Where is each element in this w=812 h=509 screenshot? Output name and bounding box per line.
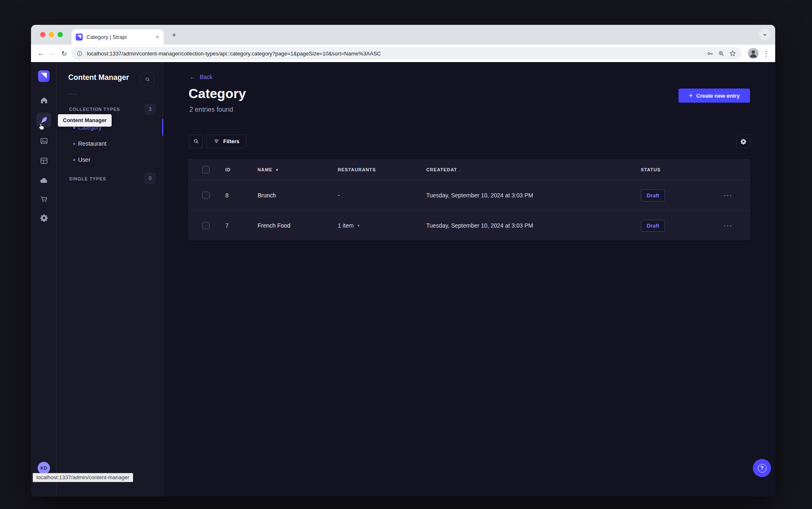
back-arrow-icon: ←	[189, 74, 196, 80]
subnav-search-button[interactable]	[141, 73, 154, 86]
url-text[interactable]: localhost:1337/admin/content-manager/col…	[87, 50, 702, 57]
main-content: ← Back Category 2 entries found + Create…	[163, 62, 775, 497]
filters-button[interactable]: Filters	[206, 134, 246, 148]
cell-id: 7	[225, 222, 258, 229]
main-nav-rail: KD	[31, 62, 57, 497]
entries-table: ID NAME ▲ RESTAURANTS CREATEDAT STATUS 8…	[188, 159, 750, 240]
new-tab-button[interactable]: +	[169, 30, 179, 40]
bullet-icon	[73, 159, 75, 161]
browser-window: Category | Strapi × + ← → ↻ localhost:13…	[31, 25, 775, 497]
reload-button[interactable]: ↻	[58, 48, 70, 59]
bookmark-star-icon[interactable]	[729, 50, 736, 57]
row-checkbox[interactable]	[202, 192, 210, 199]
cell-name: French Food	[258, 222, 338, 229]
content-manager-tooltip: Content Manager	[58, 114, 112, 127]
password-key-icon[interactable]	[707, 50, 714, 57]
cloud-icon[interactable]	[38, 175, 50, 186]
table-header-row: ID NAME ▲ RESTAURANTS CREATEDAT STATUS	[188, 159, 750, 180]
row-actions-menu[interactable]: ···	[724, 192, 750, 199]
header-status[interactable]: STATUS	[641, 167, 724, 172]
strapi-favicon-icon	[76, 34, 83, 41]
status-badge: Draft	[641, 220, 665, 232]
mouse-cursor	[38, 123, 45, 130]
strapi-logo[interactable]	[38, 70, 50, 82]
window-controls	[40, 32, 63, 37]
strapi-app: KD Content Manager COLLECTION TYPES 3 Ca…	[31, 62, 775, 497]
back-link[interactable]: ← Back	[189, 74, 213, 80]
table-row[interactable]: 7 French Food 1 item ▼ Tuesday, Septembe…	[188, 210, 750, 240]
subnav-divider	[68, 94, 78, 94]
header-restaurants[interactable]: RESTAURANTS	[338, 167, 426, 172]
question-mark-icon: ?	[758, 464, 767, 473]
bullet-icon	[73, 127, 75, 129]
cell-restaurants[interactable]: 1 item ▼	[338, 222, 426, 229]
user-avatar[interactable]: KD	[38, 462, 50, 474]
subnav-title: Content Manager	[68, 73, 129, 82]
header-name[interactable]: NAME ▲	[258, 167, 338, 172]
cell-name: Brunch	[258, 192, 338, 199]
sidebar-item-user[interactable]: User	[57, 154, 162, 166]
back-label: Back	[200, 74, 213, 80]
forward-button[interactable]: →	[47, 48, 58, 59]
home-icon[interactable]	[38, 94, 50, 106]
header-createdat[interactable]: CREATEDAT	[426, 167, 641, 172]
row-checkbox[interactable]	[202, 222, 210, 229]
content-type-builder-icon[interactable]	[38, 155, 50, 166]
tab-close-icon[interactable]: ×	[155, 34, 160, 40]
single-types-label: SINGLE TYPES	[69, 176, 106, 181]
cell-restaurants: -	[338, 192, 426, 199]
page-title: Category	[189, 86, 246, 101]
zoom-page-icon[interactable]	[718, 50, 725, 57]
rail-divider	[35, 88, 53, 88]
media-library-icon[interactable]	[38, 135, 50, 146]
create-new-entry-button[interactable]: + Create new entry	[678, 89, 750, 103]
header-id[interactable]: ID	[225, 167, 258, 172]
collection-types-count-badge: 3	[145, 104, 155, 115]
select-all-checkbox[interactable]	[202, 166, 210, 173]
table-search-button[interactable]	[189, 134, 203, 148]
browser-toolbar: ← → ↻ localhost:1337/admin/content-manag…	[31, 45, 775, 62]
maximize-window-button[interactable]	[57, 32, 63, 37]
site-info-icon[interactable]	[76, 50, 83, 57]
browser-profile-avatar[interactable]	[748, 48, 759, 59]
status-badge: Draft	[641, 190, 665, 202]
entries-count: 2 entries found	[189, 106, 233, 113]
close-window-button[interactable]	[40, 32, 45, 37]
tab-search-chevron-icon[interactable]	[759, 29, 770, 40]
bullet-icon	[73, 143, 75, 145]
settings-gear-icon[interactable]	[38, 212, 50, 223]
help-button[interactable]: ?	[753, 459, 771, 477]
table-row[interactable]: 8 Brunch - Tuesday, September 10, 2024 a…	[188, 180, 750, 210]
sort-asc-icon: ▲	[275, 168, 279, 171]
browser-status-bar: localhost:1337/admin/content-manager	[33, 473, 133, 482]
browser-tab[interactable]: Category | Strapi ×	[72, 29, 164, 45]
filter-icon	[213, 138, 220, 144]
view-settings-button[interactable]	[736, 134, 750, 148]
address-bar[interactable]: localhost:1337/admin/content-manager/col…	[72, 47, 741, 60]
cell-createdat: Tuesday, September 10, 2024 at 3:03 PM	[426, 222, 641, 229]
tab-title: Category | Strapi	[86, 34, 151, 40]
plus-icon: +	[689, 92, 693, 99]
browser-menu-icon[interactable]: ⋮	[761, 49, 771, 58]
row-actions-menu[interactable]: ···	[724, 222, 750, 229]
cell-createdat: Tuesday, September 10, 2024 at 3:03 PM	[426, 192, 641, 199]
sidebar-item-restaurant[interactable]: Restaurant	[57, 137, 162, 150]
collection-types-label: COLLECTION TYPES	[69, 107, 120, 112]
cell-id: 8	[225, 192, 258, 199]
marketplace-cart-icon[interactable]	[38, 193, 50, 205]
caret-down-icon: ▼	[357, 224, 360, 228]
content-manager-subnav: Content Manager COLLECTION TYPES 3 Categ…	[57, 62, 163, 497]
browser-tab-strip: Category | Strapi × +	[31, 25, 775, 45]
back-button[interactable]: ←	[35, 48, 47, 59]
single-types-count-badge: 0	[145, 173, 155, 184]
minimize-window-button[interactable]	[49, 32, 54, 37]
